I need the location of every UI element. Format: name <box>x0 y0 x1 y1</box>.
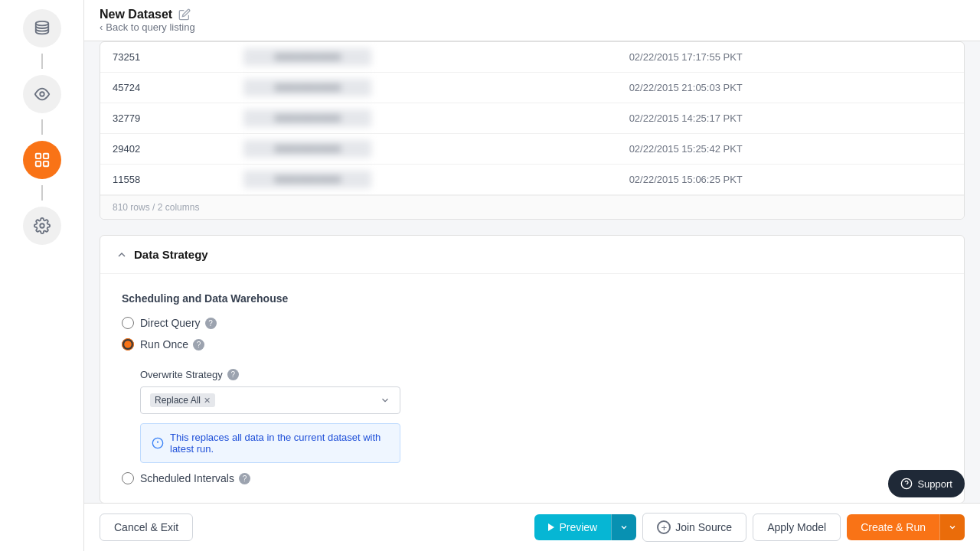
overwrite-strategy-value: Replace All <box>155 395 201 406</box>
table-row: 32779XXXXXXXXXX02/22/2015 14:25:17 PKT <box>100 103 964 134</box>
radio-group: Direct Query ? Run Once ? <box>122 317 942 484</box>
table-row: 45724XXXXXXXXXX02/22/2015 21:05:03 PKT <box>100 73 964 103</box>
table-cell-col1: 32779 <box>100 103 231 134</box>
table-cell-col1: 11558 <box>100 165 231 195</box>
preview-button-group: Preview <box>534 514 636 540</box>
create-run-chevron-icon <box>948 523 957 532</box>
table-cell-col3: 02/22/2015 17:17:55 PKT <box>617 42 964 73</box>
support-icon <box>900 478 913 490</box>
table-cell-col3: 02/22/2015 14:25:17 PKT <box>617 103 964 134</box>
apply-model-label: Apply Model <box>767 521 826 533</box>
table-cell-col1: 29402 <box>100 134 231 165</box>
sidebar-icon-database[interactable] <box>23 9 61 47</box>
table-row: 73251XXXXXXXXXX02/22/2015 17:17:55 PKT <box>100 42 964 73</box>
radio-label-scheduled-intervals: Scheduled Intervals ? <box>140 472 250 484</box>
table-cell-col2: XXXXXXXXXX <box>231 165 616 195</box>
table-cell-col1: 45724 <box>100 73 231 103</box>
overwrite-label-text: Overwrite Strategy <box>140 369 223 380</box>
table-row: 29402XXXXXXXXXX02/22/2015 15:25:42 PKT <box>100 134 964 165</box>
data-strategy-body: Scheduling and Data Warehouse Direct Que… <box>100 274 964 503</box>
create-run-button-group: Create & Run <box>847 514 965 540</box>
back-chevron-icon: ‹ <box>100 21 103 33</box>
direct-query-label-text: Direct Query <box>140 317 201 329</box>
scheduling-title: Scheduling and Data Warehouse <box>122 292 942 305</box>
sidebar <box>0 0 84 551</box>
cancel-exit-button[interactable]: Cancel & Exit <box>100 514 193 541</box>
table-cell-col1: 73251 <box>100 42 231 73</box>
preview-chevron-icon <box>619 523 629 532</box>
overwrite-label: Overwrite Strategy ? <box>140 369 942 380</box>
sidebar-connector-1 <box>41 54 43 69</box>
radio-label-run-once: Run Once ? <box>140 338 204 350</box>
data-strategy-title: Data Strategy <box>134 248 208 261</box>
run-once-label-text: Run Once <box>140 338 188 350</box>
top-bar: New Dataset ‹ Back to query listing <box>84 0 980 41</box>
info-message-text: This replaces all data in the current da… <box>170 432 389 455</box>
page-title: New Dataset <box>100 8 195 21</box>
svg-rect-3 <box>43 154 47 158</box>
sidebar-connector-3 <box>41 185 43 201</box>
scheduled-intervals-help-icon[interactable]: ? <box>239 473 250 484</box>
table-section: 73251XXXXXXXXXX02/22/2015 17:17:55 PKT45… <box>100 41 965 220</box>
overwrite-help-icon[interactable]: ? <box>227 369 239 380</box>
svg-point-1 <box>40 92 44 96</box>
run-once-help-icon[interactable]: ? <box>193 339 204 350</box>
sidebar-icon-settings[interactable] <box>23 207 61 245</box>
page-title-text: New Dataset <box>100 8 172 21</box>
bottom-bar: Cancel & Exit Preview + Join Source <box>84 503 980 551</box>
table-wrapper[interactable]: 73251XXXXXXXXXX02/22/2015 17:17:55 PKT45… <box>100 42 964 195</box>
back-label: Back to query listing <box>106 21 194 33</box>
join-source-label: Join Source <box>675 521 732 533</box>
table-cell-col2: XXXXXXXXXX <box>231 134 616 165</box>
table-cell-col2: XXXXXXXXXX <box>231 103 616 134</box>
back-link[interactable]: ‹ Back to query listing <box>100 21 195 33</box>
preview-button[interactable]: Preview <box>534 514 611 540</box>
radio-run-once[interactable] <box>122 338 134 350</box>
overwrite-strategy-tag: Replace All ✕ <box>150 393 215 407</box>
preview-label: Preview <box>559 521 597 533</box>
table-footer: 810 rows / 2 columns <box>100 195 964 219</box>
preview-play-icon <box>548 523 554 531</box>
radio-direct-query[interactable] <box>122 317 134 329</box>
content-area: 73251XXXXXXXXXX02/22/2015 17:17:55 PKT45… <box>84 41 980 503</box>
table-cell-col3: 02/22/2015 15:06:25 PKT <box>617 165 964 195</box>
svg-rect-2 <box>35 154 40 158</box>
info-icon <box>152 437 164 449</box>
sidebar-icon-data-strategy[interactable] <box>23 141 61 179</box>
overwrite-strategy-select[interactable]: Replace All ✕ <box>140 386 400 414</box>
radio-item-run-once[interactable]: Run Once ? <box>122 338 942 350</box>
svg-rect-5 <box>43 161 47 166</box>
bottom-right-actions: Preview + Join Source Apply Model <box>534 513 965 542</box>
table-cell-col2: XXXXXXXXXX <box>231 73 616 103</box>
apply-model-button[interactable]: Apply Model <box>753 514 841 541</box>
svg-rect-4 <box>35 161 40 166</box>
data-strategy-chevron-icon <box>116 249 128 261</box>
direct-query-help-icon[interactable]: ? <box>205 318 217 329</box>
support-label: Support <box>917 478 952 490</box>
svg-point-0 <box>35 21 48 25</box>
radio-scheduled-intervals[interactable] <box>122 472 134 484</box>
svg-point-6 <box>40 223 44 228</box>
data-table: 73251XXXXXXXXXX02/22/2015 17:17:55 PKT45… <box>100 42 964 195</box>
radio-label-direct-query: Direct Query ? <box>140 317 217 329</box>
edit-icon <box>178 8 191 21</box>
data-strategy-section: Data Strategy Scheduling and Data Wareho… <box>100 235 965 503</box>
data-strategy-header[interactable]: Data Strategy <box>100 236 964 274</box>
scheduled-intervals-label-text: Scheduled Intervals <box>140 472 234 484</box>
create-run-dropdown-button[interactable] <box>939 514 965 540</box>
support-button[interactable]: Support <box>888 470 965 497</box>
preview-dropdown-button[interactable] <box>611 514 636 540</box>
table-cell-col3: 02/22/2015 15:25:42 PKT <box>617 134 964 165</box>
select-tag-remove-icon[interactable]: ✕ <box>204 396 211 406</box>
create-run-button[interactable]: Create & Run <box>847 514 939 540</box>
main-content: New Dataset ‹ Back to query listing 7325… <box>84 0 980 551</box>
join-source-button[interactable]: + Join Source <box>642 513 746 542</box>
info-banner: This replaces all data in the current da… <box>140 423 400 463</box>
radio-item-direct-query[interactable]: Direct Query ? <box>122 317 942 329</box>
sidebar-connector-2 <box>41 119 43 135</box>
radio-item-scheduled-intervals[interactable]: Scheduled Intervals ? <box>122 472 942 484</box>
sidebar-icon-preview[interactable] <box>23 75 61 113</box>
join-source-plus-icon: + <box>657 520 671 534</box>
table-cell-col2: XXXXXXXXXX <box>231 42 616 73</box>
table-row: 11558XXXXXXXXXX02/22/2015 15:06:25 PKT <box>100 165 964 195</box>
